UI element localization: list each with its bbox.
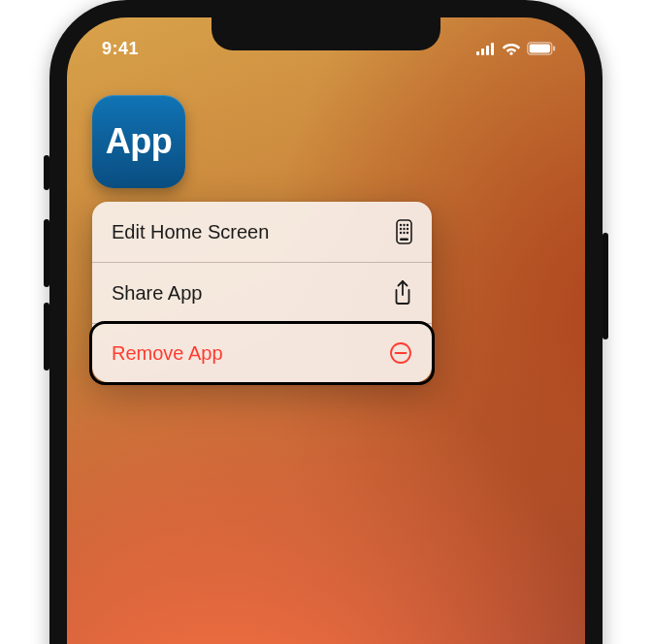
share-icon: [393, 280, 412, 306]
status-indicators: [476, 42, 556, 55]
app-icon[interactable]: App: [92, 95, 185, 188]
menu-item-edit-home-screen[interactable]: Edit Home Screen: [92, 202, 432, 262]
status-time: 9:41: [102, 39, 139, 59]
cellular-icon: [476, 43, 496, 55]
power-button: [603, 233, 608, 339]
menu-item-label: Edit Home Screen: [112, 221, 269, 243]
svg-rect-0: [476, 51, 479, 55]
svg-point-9: [400, 224, 402, 226]
svg-rect-1: [481, 48, 484, 55]
svg-rect-7: [553, 46, 555, 50]
svg-rect-18: [400, 239, 408, 242]
menu-item-share-app[interactable]: Share App: [92, 262, 432, 323]
svg-point-11: [407, 224, 408, 226]
phone-frame: 9:41: [49, 0, 603, 644]
svg-point-12: [400, 228, 402, 230]
remove-icon: [389, 341, 412, 365]
phone-screen: 9:41: [67, 17, 585, 644]
svg-rect-2: [486, 46, 489, 55]
svg-rect-3: [491, 43, 494, 55]
svg-point-16: [403, 232, 405, 234]
battery-icon: [527, 42, 556, 55]
notch: [212, 17, 440, 50]
svg-point-10: [403, 224, 405, 226]
menu-item-label: Remove App: [112, 342, 223, 365]
menu-item-remove-app[interactable]: Remove App: [92, 323, 432, 382]
app-icon-label: App: [106, 121, 172, 162]
volume-up-button: [44, 219, 49, 287]
svg-point-4: [509, 52, 512, 55]
svg-rect-6: [530, 45, 550, 53]
mute-switch: [44, 155, 49, 190]
svg-point-13: [403, 228, 405, 230]
svg-point-17: [407, 232, 408, 234]
home-screen-icon: [396, 219, 412, 244]
volume-down-button: [44, 303, 49, 370]
svg-point-15: [400, 232, 402, 234]
wifi-icon: [502, 42, 521, 55]
svg-point-14: [407, 228, 408, 230]
context-menu: Edit Home Screen: [92, 202, 432, 382]
menu-item-label: Share App: [112, 282, 202, 305]
